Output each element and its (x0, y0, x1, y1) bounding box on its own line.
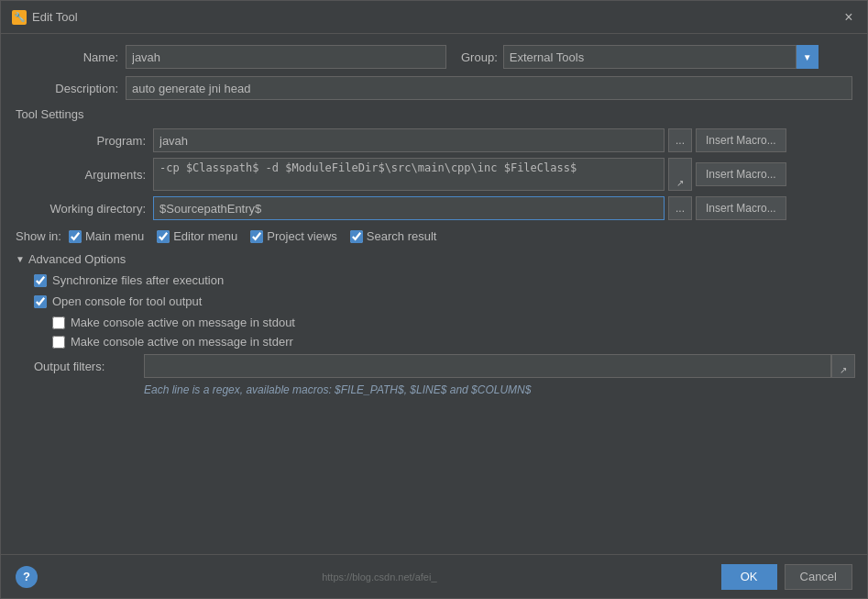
title-bar-left: 🔧 Edit Tool (12, 10, 78, 25)
search-result-label: Search result (367, 229, 437, 243)
project-views-checkbox-item[interactable]: Project views (250, 229, 337, 243)
working-dir-ellipsis-button[interactable]: ... (668, 196, 692, 220)
description-row: Description: (16, 76, 852, 100)
advanced-triangle-icon: ▼ (16, 254, 25, 264)
name-group-row: Name: Group: ▼ (16, 45, 852, 69)
output-filters-input[interactable] (144, 354, 831, 378)
dialog-footer: ? https://blog.csdn.net/afei_ OK Cancel (1, 554, 867, 598)
dialog-content: Name: Group: ▼ Description: Tool Setting… (1, 34, 867, 554)
advanced-options-label: Advanced Options (28, 252, 126, 266)
search-result-checkbox[interactable] (350, 230, 363, 243)
open-console-checkbox-item[interactable]: Open console for tool output (34, 294, 852, 308)
sync-files-checkbox[interactable] (34, 274, 47, 287)
active-stderr-checkbox[interactable] (52, 336, 65, 349)
close-button[interactable]: × (841, 10, 856, 25)
search-result-checkbox-item[interactable]: Search result (350, 229, 437, 243)
program-label: Program: (34, 134, 153, 148)
footer-right: OK Cancel (721, 564, 852, 590)
name-input[interactable] (126, 45, 446, 69)
tool-settings-title: Tool Settings (16, 107, 852, 121)
advanced-options-body: Synchronize files after execution Open c… (16, 273, 852, 396)
project-views-checkbox[interactable] (250, 230, 263, 243)
output-filters-hint: Each line is a regex, available macros: … (34, 383, 852, 396)
arguments-input[interactable]: -cp $Classpath$ -d $ModuleFileDir$\src\m… (153, 158, 665, 191)
output-filters-input-wrap: ↗ (144, 354, 855, 378)
name-label: Name: (16, 50, 126, 64)
program-input[interactable] (153, 128, 665, 152)
edit-tool-dialog: 🔧 Edit Tool × Name: Group: ▼ Description… (0, 0, 868, 599)
program-ellipsis-button[interactable]: ... (668, 128, 692, 152)
show-in-group: Main menu Editor menu Project views Sear… (69, 229, 437, 243)
editor-menu-checkbox[interactable] (157, 230, 170, 243)
footer-center: https://blog.csdn.net/afei_ (322, 571, 436, 582)
arguments-row: Arguments: -cp $Classpath$ -d $ModuleFil… (16, 158, 852, 191)
active-stdout-checkbox[interactable] (52, 316, 65, 329)
show-in-row: Show in: Main menu Editor menu Project v… (16, 229, 852, 243)
editor-menu-checkbox-item[interactable]: Editor menu (157, 229, 237, 243)
advanced-options-section: ▼ Advanced Options Synchronize files aft… (16, 252, 852, 396)
active-stderr-checkbox-item[interactable]: Make console active on message in stderr (34, 335, 852, 349)
main-menu-checkbox[interactable] (69, 230, 82, 243)
main-menu-checkbox-item[interactable]: Main menu (69, 229, 144, 243)
dialog-title: Edit Tool (32, 10, 78, 24)
arguments-expand-button[interactable]: ↗ (668, 158, 692, 191)
editor-menu-label: Editor menu (173, 229, 237, 243)
program-macro-button[interactable]: Insert Macro... (696, 128, 786, 152)
sync-files-label: Synchronize files after execution (52, 273, 224, 287)
cancel-button[interactable]: Cancel (785, 564, 852, 590)
working-dir-row: Working directory: ... Insert Macro... (16, 196, 852, 220)
group-input[interactable] (503, 45, 797, 69)
help-button[interactable]: ? (16, 566, 38, 588)
output-filters-row: Output filters: ↗ (34, 354, 852, 378)
url-hint: https://blog.csdn.net/afei_ (322, 571, 436, 582)
working-dir-input[interactable] (153, 196, 665, 220)
output-filters-label: Output filters: (34, 360, 144, 373)
arguments-macro-button[interactable]: Insert Macro... (696, 162, 786, 186)
group-dropdown-arrow[interactable]: ▼ (797, 45, 819, 69)
footer-left: ? (16, 566, 38, 588)
tool-settings-section: Tool Settings Program: ... Insert Macro.… (16, 107, 852, 220)
arguments-input-group: -cp $Classpath$ -d $ModuleFileDir$\src\m… (153, 158, 852, 191)
tool-icon: 🔧 (12, 10, 27, 25)
arguments-label: Arguments: (34, 168, 153, 182)
hint-prefix: Each line is a regex, available macros: (144, 383, 335, 396)
active-stdout-checkbox-item[interactable]: Make console active on message in stdout (34, 316, 852, 329)
sync-files-checkbox-item[interactable]: Synchronize files after execution (34, 273, 852, 287)
working-dir-label: Working directory: (34, 202, 153, 216)
advanced-options-header[interactable]: ▼ Advanced Options (16, 252, 852, 266)
group-label: Group: (461, 50, 498, 64)
main-menu-label: Main menu (85, 229, 144, 243)
hint-macros: $FILE_PATH$, $LINE$ and $COLUMN$ (335, 383, 531, 396)
active-stderr-label: Make console active on message in stderr (71, 335, 293, 349)
description-input[interactable] (126, 76, 852, 100)
program-input-group: ... Insert Macro... (153, 128, 852, 152)
active-stdout-label: Make console active on message in stdout (71, 316, 295, 329)
working-dir-macro-button[interactable]: Insert Macro... (696, 196, 786, 220)
open-console-label: Open console for tool output (52, 294, 202, 308)
title-bar: 🔧 Edit Tool × (1, 1, 867, 34)
show-in-label: Show in: (16, 229, 61, 243)
program-row: Program: ... Insert Macro... (16, 128, 852, 152)
open-console-checkbox[interactable] (34, 295, 47, 308)
output-filters-expand-button[interactable]: ↗ (831, 354, 855, 378)
description-label: Description: (16, 82, 126, 95)
ok-button[interactable]: OK (721, 564, 777, 590)
project-views-label: Project views (267, 229, 337, 243)
working-dir-input-group: ... Insert Macro... (153, 196, 852, 220)
